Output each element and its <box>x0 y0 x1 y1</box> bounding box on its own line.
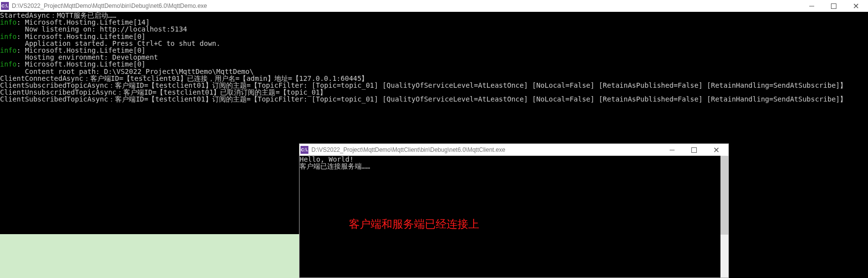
scrollbar-thumb[interactable] <box>720 156 728 235</box>
titlebar-left: C:\. D:\VS2022_Project\MqttDemo\MqttClie… <box>301 146 505 154</box>
main-titlebar[interactable]: C:\. D:\VS2022_Project\MqttDemo\MqttDemo… <box>0 0 868 12</box>
vertical-scrollbar[interactable] <box>720 156 728 278</box>
minimize-button[interactable] <box>661 144 683 156</box>
client-window-title: D:\VS2022_Project\MqttDemo\MqttClient\bi… <box>311 146 505 153</box>
console-line: 客户端已连接服务端…… <box>300 162 370 170</box>
close-button[interactable]: ✕ <box>705 144 727 156</box>
client-window-buttons: ✕ <box>661 144 727 156</box>
main-window-buttons: ✕ <box>800 0 867 12</box>
titlebar-left: C:\. D:\VS2022_Project\MqttDemo\MqttDemo… <box>1 2 207 10</box>
minimize-button[interactable] <box>800 0 823 12</box>
maximize-button[interactable] <box>823 0 845 12</box>
client-console-window: C:\. D:\VS2022_Project\MqttDemo\MqttClie… <box>299 143 729 278</box>
console-icon: C:\. <box>301 146 308 154</box>
client-titlebar[interactable]: C:\. D:\VS2022_Project\MqttDemo\MqttClie… <box>300 144 728 156</box>
close-button[interactable]: ✕ <box>845 0 867 12</box>
console-line: ClientSubscribedTopicAsync：客户端ID=【testcl… <box>0 95 847 103</box>
maximize-button[interactable] <box>683 144 705 156</box>
console-icon: C:\. <box>1 2 9 10</box>
client-console-output: Hello, World! 客户端已连接服务端…… 客户端和服务端已经连接上 <box>300 156 728 278</box>
background-strip <box>0 234 299 278</box>
main-console-output: StartedAsync：MQTT服务已启动…… info: Microsoft… <box>0 12 868 103</box>
main-window-title: D:\VS2022_Project\MqttDemo\MqttDemo\bin\… <box>12 2 207 9</box>
annotation-text: 客户端和服务端已经连接上 <box>349 221 479 228</box>
